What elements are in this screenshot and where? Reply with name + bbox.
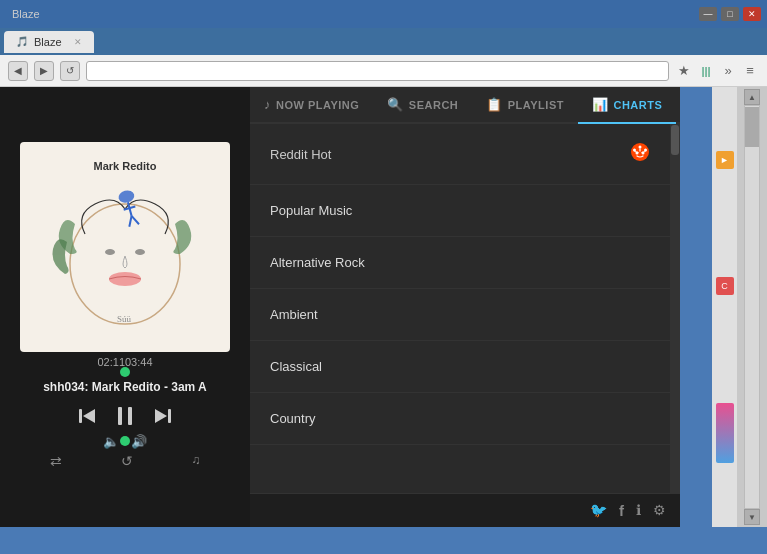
volume-section: 🔈 🔊 (93, 434, 157, 449)
twitter-icon[interactable]: 🐦 (590, 502, 607, 519)
chart-item-reddit-hot[interactable]: Reddit Hot (250, 124, 670, 185)
menu-icon[interactable]: ≡ (741, 62, 759, 80)
tabs-bar: ♪ NOW PLAYING 🔍 SEARCH 📋 PLAYLIST 📊 CHAR… (250, 87, 680, 124)
main-content: Mark Redito (0, 87, 767, 527)
tab-label: Blaze (34, 36, 62, 48)
eq-icon[interactable]: ||| (697, 62, 715, 80)
settings-icon[interactable]: ⚙ (653, 502, 666, 519)
prev-button[interactable] (77, 406, 97, 426)
scrollbar-thumb[interactable] (745, 107, 759, 147)
right-content: ♪ NOW PLAYING 🔍 SEARCH 📋 PLAYLIST 📊 CHAR… (250, 87, 680, 527)
charts-list: Reddit Hot (250, 124, 670, 493)
repeat-icon[interactable]: ↺ (121, 453, 133, 469)
window-title: Blaze (6, 8, 40, 20)
svg-text:Súü: Súü (117, 314, 132, 324)
scrollbar-track[interactable] (744, 105, 760, 509)
refresh-button[interactable]: ↺ (60, 61, 80, 81)
svg-rect-14 (168, 409, 171, 423)
close-button[interactable]: ✕ (743, 7, 761, 21)
forward-button[interactable]: ▶ (34, 61, 54, 81)
svg-rect-10 (79, 409, 82, 423)
volume-knob[interactable] (120, 436, 130, 446)
svg-point-20 (644, 149, 647, 152)
right-panel-item-3[interactable] (716, 403, 734, 463)
minimize-button[interactable]: — (699, 7, 717, 21)
svg-marker-11 (83, 409, 95, 423)
nav-icon-group: ★ ||| » ≡ (675, 62, 759, 80)
charts-scrollbar-thumb[interactable] (671, 125, 679, 155)
playback-controls (77, 398, 173, 434)
nav-bar: ◀ ▶ ↺ ★ ||| » ≡ (0, 55, 767, 87)
search-tab-icon: 🔍 (387, 97, 404, 112)
scrollbar-up-arrow[interactable]: ▲ (744, 89, 760, 105)
tab-search-label: SEARCH (409, 99, 458, 111)
chart-label-alternative-rock: Alternative Rock (270, 255, 365, 270)
browser-tab[interactable]: 🎵 Blaze ✕ (4, 31, 94, 53)
back-button[interactable]: ◀ (8, 61, 28, 81)
browser-scrollbar[interactable]: ▲ ▼ (737, 87, 767, 527)
maximize-button[interactable]: □ (721, 7, 739, 21)
svg-point-0 (70, 204, 180, 324)
charts-scroll-container: Reddit Hot (250, 124, 680, 493)
volume-low-icon: 🔈 (103, 434, 119, 449)
right-panel-item-1[interactable]: ► (716, 151, 734, 169)
chart-label-ambient: Ambient (270, 307, 318, 322)
chart-item-popular-music[interactable]: Popular Music (250, 185, 670, 237)
time-total: 03:44 (125, 356, 153, 368)
playlist-tab-icon: 📋 (486, 97, 503, 112)
scrollbar-down-arrow[interactable]: ▼ (744, 509, 760, 525)
song-title: shh034: Mark Redito - 3am A (0, 376, 250, 398)
tab-now-playing[interactable]: ♪ NOW PLAYING (250, 87, 373, 122)
svg-line-8 (132, 214, 139, 225)
album-artist-name: Mark Redito (94, 160, 157, 172)
svg-rect-13 (128, 407, 132, 425)
chart-label-country: Country (270, 411, 316, 426)
svg-point-2 (135, 249, 145, 255)
next-button[interactable] (153, 406, 173, 426)
tab-now-playing-label: NOW PLAYING (276, 99, 359, 111)
volume-high-icon: 🔊 (131, 434, 147, 449)
shuffle-icon[interactable]: ⇄ (50, 453, 62, 469)
svg-rect-12 (118, 407, 122, 425)
svg-point-19 (639, 146, 642, 149)
facebook-icon[interactable]: f (619, 502, 624, 519)
chart-item-alternative-rock[interactable]: Alternative Rock (250, 237, 670, 289)
svg-point-3 (109, 272, 141, 286)
album-art-panel: Mark Redito (0, 87, 250, 527)
album-art-svg: Súü (45, 174, 205, 334)
svg-point-1 (105, 249, 115, 255)
tab-icon: 🎵 (16, 36, 28, 47)
tab-close-icon[interactable]: ✕ (74, 37, 82, 47)
chart-label-popular-music: Popular Music (270, 203, 352, 218)
time-current: 02:11 (97, 356, 125, 368)
right-panel-item-2[interactable]: C (716, 277, 734, 295)
tab-bar: 🎵 Blaze ✕ (0, 28, 767, 55)
svg-point-21 (633, 149, 636, 152)
chart-item-ambient[interactable]: Ambient (250, 289, 670, 341)
charts-tab-icon: 📊 (592, 97, 609, 112)
charts-scrollbar[interactable] (670, 124, 680, 493)
player-container: Mark Redito (0, 87, 680, 527)
now-playing-icon: ♪ (264, 97, 271, 112)
chart-item-classical[interactable]: Classical (250, 341, 670, 393)
pause-button[interactable] (113, 404, 137, 428)
chart-label-classical: Classical (270, 359, 322, 374)
bookmark-icon[interactable]: ★ (675, 62, 693, 80)
info-icon[interactable]: ℹ (636, 502, 641, 519)
tab-playlist[interactable]: 📋 PLAYLIST (472, 87, 578, 122)
tab-charts[interactable]: 📊 CHARTS (578, 87, 676, 124)
progress-knob[interactable] (120, 367, 130, 377)
lastfm-icon[interactable]: ♫ (192, 453, 201, 469)
album-art: Mark Redito (20, 142, 230, 352)
player-bottom-icons: ⇄ ↺ ♫ (0, 449, 250, 473)
social-bar: 🐦 f ℹ ⚙ (250, 493, 680, 527)
tab-search[interactable]: 🔍 SEARCH (373, 87, 472, 122)
url-bar[interactable] (86, 61, 669, 81)
chart-label-reddit-hot: Reddit Hot (270, 147, 331, 162)
tab-charts-label: CHARTS (613, 99, 662, 111)
overflow-icon[interactable]: » (719, 62, 737, 80)
title-bar: Blaze — □ ✕ (0, 0, 767, 28)
reddit-icon (630, 142, 650, 166)
svg-marker-15 (155, 409, 167, 423)
chart-item-country[interactable]: Country (250, 393, 670, 445)
